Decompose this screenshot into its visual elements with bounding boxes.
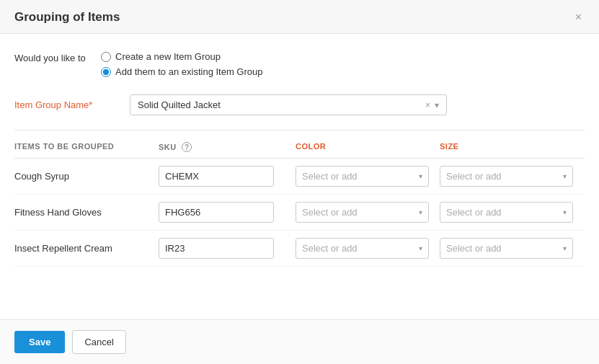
- would-you-like-label: Would you like to: [14, 51, 101, 63]
- chevron-down-icon: ▾: [563, 208, 567, 216]
- table-row: Cough Syrup Select or add ▾ Select or ad…: [14, 159, 585, 195]
- chevron-down-icon: ▾: [435, 100, 439, 110]
- modal-title: Grouping of Items: [14, 10, 120, 25]
- radio-add-existing[interactable]: Add them to an existing Item Group: [101, 66, 263, 77]
- color-select[interactable]: Select or add ▾: [296, 166, 429, 187]
- radio-group: Create a new Item Group Add them to an e…: [101, 51, 263, 77]
- col-header-color: COLOR: [296, 142, 440, 152]
- color-placeholder: Select or add: [302, 243, 358, 254]
- size-select[interactable]: Select or add ▾: [440, 238, 573, 259]
- sku-input[interactable]: [159, 238, 274, 259]
- radio-section: Would you like to Create a new Item Grou…: [14, 51, 585, 77]
- radio-create-new-input[interactable]: [101, 52, 111, 62]
- color-select[interactable]: Select or add ▾: [296, 202, 429, 223]
- color-placeholder: Select or add: [302, 207, 358, 218]
- chevron-down-icon: ▾: [419, 244, 422, 252]
- item-group-name-value: Solid Quilted Jacket: [138, 99, 221, 110]
- items-table: ITEMS TO BE GROUPED SKU ? COLOR SIZE Cou…: [14, 142, 585, 267]
- size-placeholder: Select or add: [446, 207, 502, 218]
- chevron-down-icon: ▾: [419, 208, 422, 216]
- chevron-down-icon: ▾: [419, 172, 422, 180]
- save-button[interactable]: Save: [14, 331, 65, 353]
- item-name: Fitness Hand Gloves: [14, 207, 159, 218]
- item-group-name-select[interactable]: Solid Quilted Jacket × ▾: [130, 94, 447, 115]
- table-row: Fitness Hand Gloves Select or add ▾ Sele…: [14, 195, 585, 231]
- item-group-name-label: Item Group Name*: [14, 99, 130, 110]
- divider: [14, 130, 585, 130]
- col-header-size: SIZE: [440, 142, 584, 152]
- modal-footer: Save Cancel: [0, 319, 599, 364]
- item-group-select-icons: × ▾: [425, 100, 439, 110]
- sku-help-icon[interactable]: ?: [182, 142, 192, 152]
- sku-input[interactable]: [159, 202, 274, 223]
- col-header-items: ITEMS TO BE GROUPED: [14, 142, 159, 152]
- chevron-down-icon: ▾: [563, 172, 567, 180]
- size-placeholder: Select or add: [446, 171, 502, 182]
- col-header-sku: SKU ?: [159, 142, 296, 152]
- radio-create-new-label: Create a new Item Group: [115, 51, 221, 62]
- radio-add-existing-input[interactable]: [101, 67, 111, 77]
- grouping-of-items-modal: Grouping of Items × Would you like to Cr…: [0, 0, 599, 364]
- item-name: Insect Repellent Cream: [14, 243, 159, 254]
- size-placeholder: Select or add: [446, 243, 502, 254]
- sku-input[interactable]: [159, 166, 274, 187]
- item-group-name-row: Item Group Name* Solid Quilted Jacket × …: [14, 94, 585, 115]
- cancel-button[interactable]: Cancel: [72, 330, 125, 354]
- close-button[interactable]: ×: [572, 10, 585, 25]
- size-select[interactable]: Select or add ▾: [440, 166, 573, 187]
- size-select[interactable]: Select or add ▾: [440, 202, 573, 223]
- modal-body: Would you like to Create a new Item Grou…: [0, 34, 599, 319]
- color-placeholder: Select or add: [302, 171, 358, 182]
- table-row: Insect Repellent Cream Select or add ▾ S…: [14, 231, 585, 267]
- item-name: Cough Syrup: [14, 171, 159, 182]
- table-header: ITEMS TO BE GROUPED SKU ? COLOR SIZE: [14, 142, 585, 159]
- color-select[interactable]: Select or add ▾: [296, 238, 429, 259]
- radio-create-new[interactable]: Create a new Item Group: [101, 51, 263, 62]
- chevron-down-icon: ▾: [563, 244, 567, 252]
- clear-icon[interactable]: ×: [425, 100, 430, 110]
- radio-add-existing-label: Add them to an existing Item Group: [115, 66, 263, 77]
- modal-header: Grouping of Items ×: [0, 0, 599, 34]
